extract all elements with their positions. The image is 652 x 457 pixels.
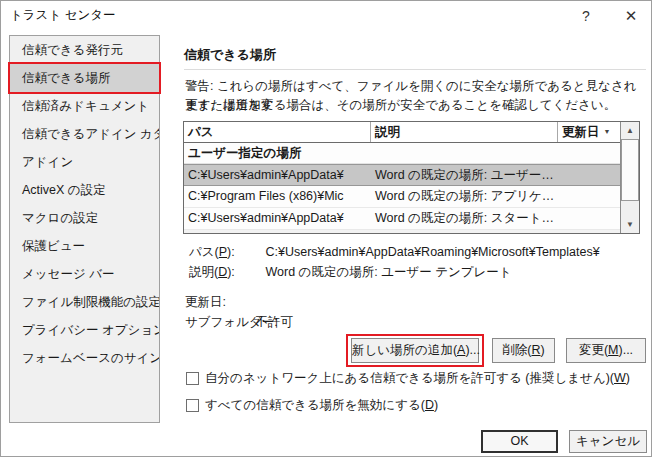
add-button-label-post: )...: [465, 343, 480, 357]
detail-path-label-post: ):: [227, 245, 235, 259]
remove-button[interactable]: 削除(R): [492, 338, 555, 363]
warning-text-line2: 更または追加する場合は、その場所が安全であることを確認してください。: [185, 96, 647, 115]
checkbox1-label-post: ): [626, 371, 630, 385]
scroll-up-icon[interactable]: ▲: [621, 122, 639, 139]
detail-path-value: C:¥Users¥admin¥AppData¥Roaming¥Microsoft…: [265, 245, 599, 259]
detail-modified-row: 更新日:: [185, 294, 252, 311]
sidebar-item-add-ins[interactable]: アドイン: [10, 148, 159, 176]
dialog-title: トラスト センター: [10, 7, 116, 24]
sidebar: 信頼できる発行元 信頼できる場所 信頼済みドキュメント 信頼できるアドイン カタ…: [9, 35, 160, 423]
column-header-description[interactable]: 説明: [371, 122, 558, 142]
checkbox1-label-key: W: [614, 371, 626, 385]
help-icon: ?: [582, 8, 590, 24]
table-row[interactable]: C:¥Program Files (x86)¥Mic Word の既定の場所: …: [184, 186, 620, 208]
cell-description: Word の既定の場所: スタート…: [371, 208, 620, 229]
table-group-header: ユーザー指定の場所: [184, 143, 620, 164]
detail-subfolder-row: サブフォルダー: 不許可: [185, 314, 293, 331]
checkbox2-label-post: ): [434, 398, 438, 412]
cell-path: C:¥Users¥admin¥AppData¥: [184, 208, 371, 229]
detail-subfolder-label: サブフォルダー:: [185, 314, 252, 331]
cell-description: Word の既定の場所: ユーザー…: [371, 165, 620, 185]
table-row[interactable]: C:¥Users¥admin¥AppData¥ Word の既定の場所: ユーザ…: [184, 164, 620, 186]
ok-button[interactable]: OK: [481, 430, 558, 453]
checkbox-unchecked-icon[interactable]: [186, 372, 199, 385]
help-button[interactable]: ?: [567, 3, 605, 29]
table-header-row: パス 説明 更新日▼: [184, 122, 620, 143]
detail-description-label-key: D: [218, 265, 227, 279]
sidebar-item-protected-view[interactable]: 保護ビュー: [10, 232, 159, 260]
remove-button-label-key: R: [531, 343, 540, 357]
allow-network-locations-label: 自分のネットワーク上にある信頼できる場所を許可する (推奨しません)(W): [205, 370, 630, 387]
detail-description-label: 説明(D):: [189, 264, 262, 281]
close-icon: ✕: [625, 7, 638, 24]
remove-button-label-post: ): [541, 343, 545, 357]
sidebar-item-macro-settings[interactable]: マクロの設定: [10, 204, 159, 232]
sidebar-item-message-bar[interactable]: メッセージ バー: [10, 260, 159, 288]
sidebar-item-trusted-addin-catalogs[interactable]: 信頼できるアドイン カタログ: [10, 120, 159, 148]
add-new-location-button[interactable]: 新しい場所の追加(A)...: [351, 338, 479, 363]
detail-description-row: 説明(D): Word の既定の場所: ユーザー テンプレート: [189, 264, 512, 281]
scroll-down-icon[interactable]: ▼: [621, 216, 639, 233]
trust-center-dialog: トラスト センター ? ✕ 信頼できる発行元 信頼できる場所 信頼済みドキュメン…: [0, 0, 652, 457]
cancel-button[interactable]: キャンセル: [569, 430, 647, 453]
page-title: 信頼できる場所: [184, 46, 276, 64]
add-button-label-pre: 新しい場所の追加(: [352, 343, 457, 357]
sidebar-item-trusted-publishers[interactable]: 信頼できる発行元: [10, 36, 159, 64]
sidebar-item-activex-settings[interactable]: ActiveX の設定: [10, 176, 159, 204]
modify-button-label-key: M: [608, 343, 618, 357]
detail-description-label-post: ):: [227, 265, 235, 279]
checkbox2-label-key: D: [425, 398, 434, 412]
column-header-path[interactable]: パス: [184, 122, 371, 142]
column-header-modified[interactable]: 更新日▼: [558, 122, 620, 142]
cell-path: C:¥Program Files (x86)¥Mic: [184, 186, 371, 207]
sidebar-item-form-based-signin[interactable]: フォームベースのサインイン: [10, 344, 159, 372]
allow-network-locations-checkbox[interactable]: 自分のネットワーク上にある信頼できる場所を許可する (推奨しません)(W): [186, 370, 630, 386]
disable-all-locations-label: すべての信頼できる場所を無効にする(D): [205, 397, 438, 414]
modify-button-label-post: )...: [619, 343, 634, 357]
trusted-locations-table: パス 説明 更新日▼ ユーザー指定の場所 C:¥Users¥admin¥AppD…: [183, 121, 640, 234]
modify-button-label-pre: 変更(: [579, 343, 608, 357]
checkbox1-label-pre: 自分のネットワーク上にある信頼できる場所を許可する (推奨しません)(: [205, 371, 614, 385]
table-row[interactable]: C:¥Users¥admin¥AppData¥ Word の既定の場所: スター…: [184, 208, 620, 230]
checkbox2-label-pre: すべての信頼できる場所を無効にする(: [205, 398, 425, 412]
detail-modified-label: 更新日:: [185, 294, 252, 311]
table-content: パス 説明 更新日▼ ユーザー指定の場所 C:¥Users¥admin¥AppD…: [184, 122, 620, 233]
detail-description-label-pre: 説明(: [189, 265, 218, 279]
detail-path-label: パス(P):: [189, 244, 262, 261]
sidebar-item-trusted-documents[interactable]: 信頼済みドキュメント: [10, 92, 159, 120]
vertical-scrollbar[interactable]: ▲ ▼: [620, 122, 639, 233]
sidebar-item-file-block-settings[interactable]: ファイル制限機能の設定: [10, 288, 159, 316]
cell-path: C:¥Users¥admin¥AppData¥: [184, 165, 371, 185]
detail-path-label-key: P: [219, 245, 227, 259]
close-button[interactable]: ✕: [612, 3, 650, 29]
scrollbar-track[interactable]: [621, 201, 639, 216]
cell-description: Word の既定の場所: アプリケ…: [371, 186, 620, 207]
detail-description-value: Word の既定の場所: ユーザー テンプレート: [265, 265, 511, 279]
detail-subfolder-value: 不許可: [255, 315, 293, 329]
modify-button[interactable]: 変更(M)...: [566, 338, 646, 363]
scrollbar-thumb[interactable]: [621, 139, 639, 201]
sidebar-item-privacy-options[interactable]: プライバシー オプション: [10, 316, 159, 344]
column-header-modified-label: 更新日: [562, 125, 600, 139]
sort-descending-icon: ▼: [604, 128, 611, 135]
detail-path-label-pre: パス(: [189, 245, 219, 259]
remove-button-label-pre: 削除(: [502, 343, 531, 357]
section-divider: [184, 69, 646, 70]
disable-all-locations-checkbox[interactable]: すべての信頼できる場所を無効にする(D): [186, 397, 438, 413]
checkbox-unchecked-icon[interactable]: [186, 399, 199, 412]
detail-path-row: パス(P): C:¥Users¥admin¥AppData¥Roaming¥Mi…: [189, 244, 600, 261]
sidebar-item-trusted-locations[interactable]: 信頼できる場所: [10, 64, 159, 92]
